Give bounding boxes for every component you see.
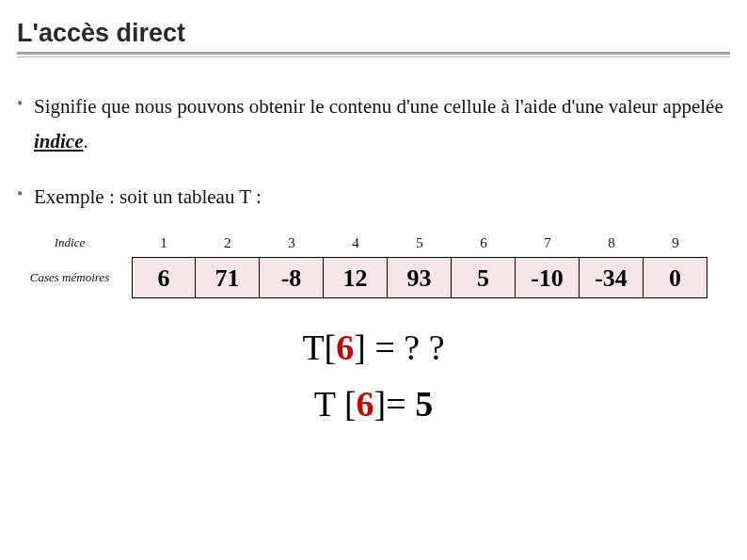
equation-answer: T [6]= 5 (17, 383, 730, 424)
data-cell: 12 (324, 257, 388, 298)
index-cell: 6 (452, 229, 516, 257)
row-labels: Indice Cases mémoires (19, 229, 120, 298)
bullet-item-2: Exemple : soit un tableau T : (34, 180, 730, 215)
label-indice: Indice (19, 229, 120, 257)
data-cell: -10 (516, 257, 580, 298)
index-cell: 8 (580, 229, 644, 257)
data-cell: 5 (452, 257, 516, 298)
index-cell: 7 (516, 229, 580, 257)
eq1-post: ] = ? ? (354, 328, 444, 367)
eq1-pre: T[ (302, 328, 336, 367)
array-table: Indice Cases mémoires 1 2 3 4 5 6 7 8 9 … (17, 229, 730, 298)
index-cell: 4 (324, 229, 388, 257)
index-row: 1 2 3 4 5 6 7 8 9 (132, 229, 707, 257)
data-row: 6 71 -8 12 93 5 -10 -34 0 (132, 257, 707, 298)
page-title: L'accès direct (17, 19, 730, 48)
data-cell: 93 (388, 257, 452, 298)
eq2-result: 5 (415, 384, 433, 424)
data-cell: 6 (132, 257, 196, 298)
index-cell: 2 (196, 229, 260, 257)
data-cell: 0 (644, 257, 707, 298)
equations: T[6] = ? ? T [6]= 5 (17, 327, 730, 424)
title-underline (17, 52, 730, 57)
data-cell: -34 (580, 257, 644, 298)
bullet-item-1: Signifie que nous pouvons obtenir le con… (34, 89, 730, 159)
eq1-index: 6 (336, 328, 354, 367)
data-cell: 71 (196, 257, 260, 298)
eq2-mid: ]= (374, 384, 416, 424)
bullet-1-text-a: Signifie que nous pouvons obtenir le con… (34, 95, 723, 118)
bullet-list: Signifie que nous pouvons obtenir le con… (17, 89, 730, 214)
index-cell: 5 (388, 229, 452, 257)
label-cases-memoires: Cases mémoires (19, 257, 120, 298)
bullet-1-indice: indice (34, 130, 84, 152)
array-grid: 1 2 3 4 5 6 7 8 9 6 71 -8 12 93 5 -10 -3… (132, 229, 707, 298)
index-cell: 9 (644, 229, 707, 257)
bullet-1-text-b: . (84, 130, 88, 152)
data-cell: -8 (260, 257, 324, 298)
eq2-index: 6 (357, 384, 374, 424)
slide: L'accès direct Signifie que nous pouvons… (0, 0, 747, 424)
index-cell: 3 (260, 229, 324, 257)
equation-question: T[6] = ? ? (17, 327, 730, 368)
index-cell: 1 (132, 229, 196, 257)
eq2-pre: T [ (314, 384, 357, 424)
